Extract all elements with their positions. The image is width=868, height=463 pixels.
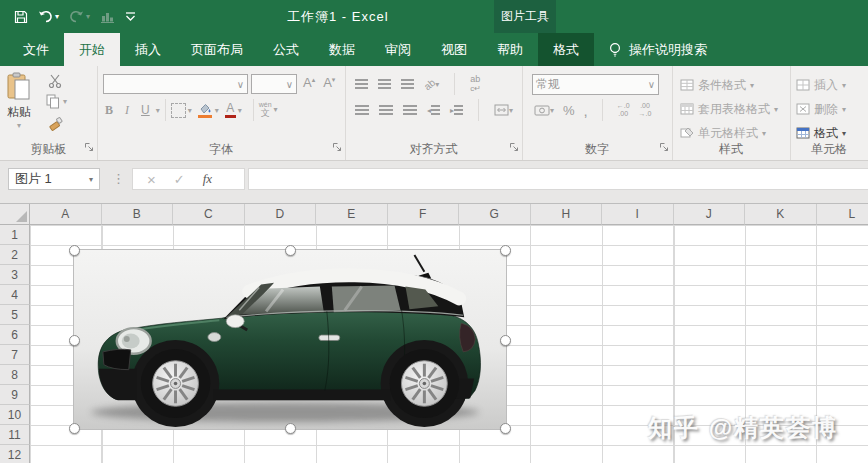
conditional-formatting-button[interactable]: 条件格式▾ bbox=[680, 73, 778, 97]
chevron-down-icon[interactable]: ▾ bbox=[156, 106, 160, 115]
paste-button[interactable]: 粘贴 ▾ bbox=[6, 72, 32, 130]
row-header-8[interactable]: 8 bbox=[0, 365, 30, 385]
column-header-B[interactable]: B bbox=[102, 204, 174, 225]
resize-handle-n[interactable] bbox=[285, 245, 296, 256]
undo-icon[interactable]: ▾ bbox=[38, 10, 59, 23]
tab-data[interactable]: 数据 bbox=[314, 33, 370, 66]
dialog-launcher-icon[interactable] bbox=[332, 141, 342, 155]
name-box[interactable]: 图片 1 ▾ bbox=[8, 168, 100, 190]
wrap-text-button[interactable]: abc↵ bbox=[470, 75, 481, 93]
grip-dots-icon[interactable]: ⋮ bbox=[112, 171, 125, 186]
tab-insert[interactable]: 插入 bbox=[120, 33, 176, 66]
customize-qat-icon[interactable] bbox=[125, 12, 136, 22]
row-header-9[interactable]: 9 bbox=[0, 385, 30, 405]
dialog-launcher-icon[interactable] bbox=[84, 141, 94, 155]
column-header-C[interactable]: C bbox=[173, 204, 245, 225]
align-bottom-icon[interactable] bbox=[401, 79, 414, 89]
column-header-H[interactable]: H bbox=[531, 204, 603, 225]
format-as-table-button[interactable]: 套用表格格式▾ bbox=[680, 97, 778, 121]
align-right-icon[interactable] bbox=[403, 105, 417, 115]
column-header-E[interactable]: E bbox=[316, 204, 388, 225]
orientation-button[interactable]: ab ▾ bbox=[424, 79, 439, 90]
formula-input[interactable] bbox=[248, 168, 868, 190]
tab-file[interactable]: 文件 bbox=[8, 33, 64, 66]
merge-center-button[interactable]: ▾ bbox=[494, 104, 513, 116]
align-left-icon[interactable] bbox=[355, 105, 369, 115]
resize-handle-ne[interactable] bbox=[500, 245, 511, 256]
number-format-combo[interactable]: 常规 ∨ bbox=[532, 74, 659, 95]
column-header-K[interactable]: K bbox=[745, 204, 817, 225]
tab-home[interactable]: 开始 bbox=[64, 33, 120, 66]
resize-handle-s[interactable] bbox=[285, 423, 296, 434]
decrease-decimal-button[interactable]: .00→.0 bbox=[639, 102, 652, 117]
cell-styles-icon bbox=[680, 127, 694, 139]
insert-function-button[interactable]: fx bbox=[203, 171, 212, 187]
row-header-4[interactable]: 4 bbox=[0, 285, 30, 305]
row-header-3[interactable]: 3 bbox=[0, 265, 30, 285]
tab-review[interactable]: 审阅 bbox=[370, 33, 426, 66]
row-header-5[interactable]: 5 bbox=[0, 305, 30, 325]
column-header-A[interactable]: A bbox=[30, 204, 102, 225]
resize-handle-e[interactable] bbox=[500, 335, 511, 346]
copy-button[interactable]: ▾ bbox=[46, 94, 67, 109]
save-icon[interactable] bbox=[14, 10, 28, 24]
resize-handle-nw[interactable] bbox=[69, 245, 80, 256]
tell-me-search[interactable]: 操作说明搜索 bbox=[608, 33, 707, 66]
increase-decimal-button[interactable]: ←.0.00 bbox=[617, 102, 630, 117]
tab-help[interactable]: 帮助 bbox=[482, 33, 538, 66]
shrink-font-button[interactable]: A▾ bbox=[323, 75, 335, 90]
font-size-combo[interactable]: ∨ bbox=[251, 74, 297, 94]
row-header-2[interactable]: 2 bbox=[0, 245, 30, 265]
selected-picture[interactable] bbox=[73, 249, 507, 430]
cut-button[interactable] bbox=[48, 74, 63, 91]
row-header-12[interactable]: 12 bbox=[0, 445, 30, 463]
tab-page-layout[interactable]: 页面布局 bbox=[176, 33, 258, 66]
row-header-7[interactable]: 7 bbox=[0, 345, 30, 365]
percent-style-button[interactable]: % bbox=[563, 103, 575, 118]
insert-cells-button[interactable]: 插入▾ bbox=[796, 73, 846, 97]
column-header-F[interactable]: F bbox=[388, 204, 460, 225]
borders-button[interactable]: ▾ bbox=[171, 103, 192, 118]
align-top-icon[interactable] bbox=[355, 79, 368, 89]
column-header-D[interactable]: D bbox=[245, 204, 317, 225]
resize-handle-se[interactable] bbox=[500, 423, 511, 434]
font-color-button[interactable]: A ▾ bbox=[225, 102, 242, 118]
column-header-J[interactable]: J bbox=[674, 204, 746, 225]
enter-icon[interactable]: ✓ bbox=[174, 172, 185, 187]
chevron-down-icon: ▾ bbox=[188, 106, 192, 115]
column-header-L[interactable]: L bbox=[817, 204, 868, 225]
bold-button[interactable]: B bbox=[105, 103, 113, 118]
chevron-down-icon[interactable]: ▾ bbox=[55, 13, 59, 21]
select-all-corner[interactable] bbox=[0, 204, 30, 225]
increase-indent-icon[interactable]: ▸ bbox=[450, 105, 463, 115]
chevron-down-icon[interactable]: ▾ bbox=[89, 175, 93, 184]
dialog-launcher-icon[interactable] bbox=[659, 141, 669, 155]
phonetic-guide-button[interactable]: wén文 ▾ bbox=[259, 101, 278, 119]
tab-picture-format[interactable]: 格式 bbox=[538, 33, 594, 66]
row-header-6[interactable]: 6 bbox=[0, 325, 30, 345]
resize-handle-w[interactable] bbox=[69, 335, 80, 346]
grow-font-button[interactable]: A▴ bbox=[303, 75, 315, 90]
tab-view[interactable]: 视图 bbox=[426, 33, 482, 66]
resize-handle-sw[interactable] bbox=[69, 423, 80, 434]
dialog-launcher-icon[interactable] bbox=[509, 141, 519, 155]
row-header-1[interactable]: 1 bbox=[0, 225, 30, 245]
decrease-indent-icon[interactable]: ◂ bbox=[427, 105, 440, 115]
cancel-icon[interactable]: × bbox=[147, 171, 156, 188]
accounting-format-button[interactable]: ▾ bbox=[534, 105, 554, 116]
row-header-10[interactable]: 10 bbox=[0, 405, 30, 425]
column-header-I[interactable]: I bbox=[602, 204, 674, 225]
format-painter-button[interactable] bbox=[48, 116, 63, 134]
column-header-G[interactable]: G bbox=[459, 204, 531, 225]
fill-color-button[interactable]: ▾ bbox=[198, 103, 219, 118]
italic-button[interactable]: I bbox=[125, 103, 129, 118]
comma-style-button[interactable]: , bbox=[584, 102, 588, 119]
underline-button[interactable]: U bbox=[141, 103, 150, 117]
row-header-11[interactable]: 11 bbox=[0, 425, 30, 445]
align-middle-icon[interactable] bbox=[378, 79, 391, 89]
picture-tools-header: 图片工具 bbox=[494, 0, 556, 33]
font-name-combo[interactable]: ∨ bbox=[103, 74, 248, 94]
tab-formulas[interactable]: 公式 bbox=[258, 33, 314, 66]
align-center-icon[interactable] bbox=[379, 105, 393, 115]
delete-cells-button[interactable]: 删除▾ bbox=[796, 97, 846, 121]
